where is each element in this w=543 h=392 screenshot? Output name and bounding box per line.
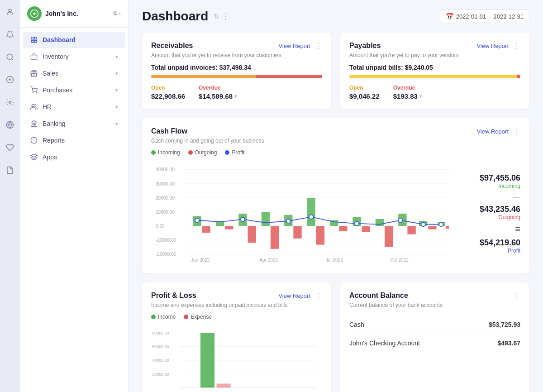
sidebar-item-purchases[interactable]: Purchases ▾: [23, 82, 125, 98]
svg-text:40000.00: 40000.00: [156, 167, 175, 172]
pl-income-label: Income: [158, 314, 176, 320]
svg-text:30000.00: 30000.00: [152, 372, 169, 377]
sidebar-item-apps[interactable]: Apps: [23, 149, 125, 165]
icon-plus[interactable]: [3, 72, 17, 87]
pl-card: Profit & Loss View Report ⋮ Income and e…: [142, 282, 331, 392]
svg-rect-13: [34, 40, 37, 43]
legend-outgoing-label: Outgoing: [195, 149, 217, 156]
chevron-down-icon: ▾: [115, 104, 118, 110]
svg-rect-14: [31, 55, 37, 59]
hr-icon: [30, 103, 38, 110]
chevron-down-icon: ▾: [115, 87, 118, 93]
payables-overdue-bar: [517, 75, 520, 78]
pl-legend: Income Expense: [151, 314, 322, 320]
payables-view-report[interactable]: View Report: [476, 43, 509, 49]
sidebar-item-hr[interactable]: HR ▾: [23, 99, 125, 115]
company-up-down[interactable]: ⇅: [113, 10, 117, 17]
cashflow-menu[interactable]: ⋮: [513, 127, 520, 136]
pl-expense-label: Expense: [191, 314, 212, 320]
payables-menu[interactable]: ⋮: [513, 42, 520, 50]
receivables-stats: Open $22,908.66 Overdue $14,589.68 ▾: [151, 85, 322, 100]
pl-expense-legend: Expense: [184, 314, 212, 320]
svg-point-0: [9, 9, 11, 12]
cashflow-legend: Incoming Outgoing Profit: [151, 149, 520, 156]
divider-1: —: [466, 193, 520, 201]
cashflow-subtitle: Cash coming in and going out of your bus…: [151, 138, 520, 144]
cashflow-title: Cash Flow: [151, 127, 187, 135]
profit-dot-dec: [439, 222, 443, 226]
sidebar-item-dashboard[interactable]: Dashboard: [23, 32, 125, 48]
title-controls[interactable]: ⇅ ⋮: [214, 11, 230, 21]
receivables-open-value: $22,908.66: [151, 92, 185, 100]
bar-jul-out: [339, 226, 347, 231]
incoming-dot: [151, 150, 156, 155]
incoming-summary: $97,455.06 Incoming: [466, 173, 520, 189]
overdue-dropdown[interactable]: ▾: [234, 94, 237, 99]
profit-dot-may: [286, 219, 291, 223]
date-start: 2022-01-01: [456, 13, 486, 20]
payables-overdue-stat: Overdue $193.83 ▾: [393, 85, 422, 100]
title-menu-icon[interactable]: ⋮: [222, 11, 230, 21]
main-header: Dashboard ⇅ ⋮ 📅 2022-01-01 - 2022-12-31: [129, 0, 543, 28]
sidebar-item-sales[interactable]: Sales ▾: [23, 65, 125, 81]
icon-search[interactable]: [3, 50, 17, 64]
company-controls[interactable]: ⇅ ‹: [113, 10, 121, 17]
profit-dot-jan: [195, 218, 199, 222]
apps-icon: [30, 153, 38, 161]
pl-header: Profit & Loss View Report ⋮: [151, 292, 322, 300]
ab-menu[interactable]: ⋮: [513, 292, 520, 300]
icon-bell[interactable]: [3, 27, 17, 42]
pl-menu[interactable]: ⋮: [315, 292, 322, 300]
receivables-header: Receivables View Report ⋮: [151, 42, 322, 50]
icon-user[interactable]: [3, 5, 17, 19]
payables-actions: View Report ⋮: [476, 42, 520, 50]
sidebar-item-label: Sales: [43, 70, 58, 77]
icon-file[interactable]: [3, 163, 17, 177]
cashflow-chart-area: 40000.00 30000.00 20000.00 10000.00 0.00…: [151, 163, 520, 264]
payables-progress: [349, 75, 520, 78]
legend-profit: Profit: [225, 149, 244, 156]
bar-aug-out: [362, 226, 370, 232]
receivables-view-report[interactable]: View Report: [278, 43, 310, 49]
icon-heart[interactable]: [3, 140, 17, 155]
icon-settings[interactable]: [3, 95, 17, 110]
sales-icon: [30, 70, 38, 77]
sidebar-item-reports[interactable]: Reports: [23, 132, 125, 148]
ab-value-cash: $53,725.93: [489, 321, 520, 328]
icon-globe[interactable]: [3, 118, 17, 132]
bar-jun-out: [316, 226, 324, 244]
payables-open-label: Open: [349, 85, 380, 91]
sidebar-item-label: Reports: [43, 137, 65, 144]
svg-rect-10: [31, 37, 33, 39]
payables-header: Payables View Report ⋮: [349, 42, 520, 50]
profit-dot-jun: [309, 215, 313, 219]
chevron-down-icon: ▾: [115, 71, 118, 76]
cashflow-view-report[interactable]: View Report: [476, 128, 509, 135]
date-range-picker[interactable]: 📅 2022-01-01 - 2022-12-31: [440, 10, 529, 23]
divider-2: ≡: [466, 224, 520, 234]
legend-incoming: Incoming: [151, 149, 180, 156]
bar-dec-out: [446, 226, 449, 229]
cashflow-summary: $97,455.06 Incoming — $43,235.46 Outgoin…: [466, 163, 520, 264]
company-back[interactable]: ‹: [119, 10, 121, 17]
ab-rows: Cash $53,725.93 John's Checking Account …: [349, 316, 520, 352]
receivables-menu[interactable]: ⋮: [315, 42, 322, 50]
sidebar-item-banking[interactable]: Banking ▾: [23, 115, 125, 132]
dashboard-content: Receivables View Report ⋮ Amount that yo…: [129, 28, 543, 392]
payables-overdue-dropdown[interactable]: ▾: [419, 94, 422, 99]
svg-point-19: [32, 104, 34, 106]
profit-dot-oct: [398, 218, 402, 222]
company-header[interactable]: John's Inc. ⇅ ‹: [20, 0, 128, 28]
ab-title: Account Balance: [349, 292, 408, 300]
sidebar-item-inventory[interactable]: Inventory ▾: [23, 48, 125, 65]
title-sort-icon[interactable]: ⇅: [214, 13, 219, 20]
pl-bar-income-1: [200, 333, 214, 387]
payables-open-stat: Open $9,046.22: [349, 85, 380, 100]
payables-total: Total unpaid bills: $9,240.05: [349, 64, 520, 71]
main-content: Dashboard ⇅ ⋮ 📅 2022-01-01 - 2022-12-31 …: [129, 0, 543, 392]
outgoing-label: Outgoing: [466, 214, 520, 220]
profit-label: Profit: [466, 248, 520, 254]
pl-view-report[interactable]: View Report: [278, 292, 310, 299]
profit-value: $54,219.60: [466, 238, 520, 248]
payables-stats: Open $9,046.22 Overdue $193.83 ▾: [349, 85, 520, 100]
